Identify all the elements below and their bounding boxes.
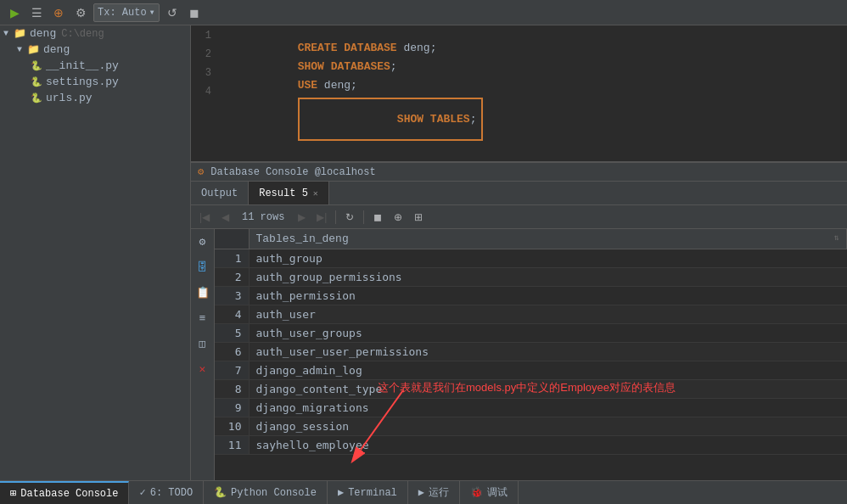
- row-number: 6: [215, 343, 249, 361]
- status-tab-debug[interactable]: 🐞 调试: [460, 481, 519, 504]
- toolbar-divider: [335, 210, 336, 224]
- row-number: 9: [215, 399, 249, 417]
- folder-icon: 📁: [14, 27, 26, 40]
- chevron-down-icon: ▾: [149, 6, 155, 19]
- sidebar-btn-2[interactable]: 🗄: [194, 258, 212, 277]
- first-row-button[interactable]: |◀: [196, 209, 213, 226]
- status-tab-terminal[interactable]: ▶ Terminal: [328, 481, 408, 504]
- sort-icon[interactable]: ⇅: [834, 232, 839, 243]
- todo-icon: ✓: [139, 486, 145, 499]
- next-row-button[interactable]: ▶: [293, 209, 310, 226]
- run-icon: ▶: [418, 486, 424, 499]
- table-row[interactable]: 9django_migrations: [215, 399, 847, 417]
- row-value: django_admin_log: [249, 361, 847, 380]
- tree-root-label: deng: [30, 27, 56, 40]
- table-row[interactable]: 11sayhello_employee: [215, 436, 847, 455]
- stop-result-button[interactable]: ◼: [369, 209, 386, 226]
- row-number: 4: [215, 305, 249, 324]
- tab-result5-close[interactable]: ✕: [313, 188, 318, 199]
- line-number-4: 4: [191, 86, 218, 98]
- table-row[interactable]: 10django_session: [215, 417, 847, 436]
- table-row[interactable]: 2auth_group_permissions: [215, 268, 847, 287]
- undo-button[interactable]: ↺: [163, 3, 182, 22]
- table-row[interactable]: 7django_admin_log: [215, 361, 847, 380]
- result-table: Tables_in_deng ⇅ 1auth_group2auth_group_…: [215, 229, 847, 455]
- table-row[interactable]: 1auth_group: [215, 249, 847, 268]
- status-tab-db-console[interactable]: ⊞ Database Console: [0, 481, 129, 504]
- tree-file-urls-label: urls.py: [46, 92, 93, 104]
- refresh-button[interactable]: ↻: [341, 209, 358, 226]
- bottom-panel: ⚙ Database Console @localhost Output Res…: [191, 161, 847, 480]
- tree-root[interactable]: ▼ 📁 deng C:\deng: [0, 25, 190, 42]
- status-tab-run[interactable]: ▶ 运行: [408, 481, 460, 504]
- sidebar-btn-5[interactable]: ◫: [194, 334, 212, 353]
- run-button[interactable]: ▶: [5, 3, 24, 22]
- db-status-label: Database Console @localhost: [210, 166, 375, 178]
- tree-folder-deng-label: deng: [43, 43, 70, 56]
- row-number: 11: [215, 436, 249, 455]
- editor-line-1: 1 CREATE DATABASE deng;: [191, 29, 847, 48]
- row-value: sayhello_employee: [249, 436, 847, 455]
- debug-icon: 🐞: [470, 486, 483, 499]
- tab-result5[interactable]: Result 5 ✕: [249, 182, 329, 204]
- tree-file-init-label: __init__.py: [46, 59, 119, 72]
- row-number: 2: [215, 268, 249, 287]
- table-row[interactable]: 8django_content_type: [215, 380, 847, 399]
- result-tabs-bar: Output Result 5 ✕: [191, 182, 847, 205]
- result-tbody: 1auth_group2auth_group_permissions3auth_…: [215, 249, 847, 455]
- sidebar-btn-close[interactable]: ✕: [194, 360, 212, 378]
- column-header-label: Tables_in_deng: [256, 232, 349, 245]
- sidebar-btn-4[interactable]: ≡: [194, 309, 212, 328]
- tree-root-path: C:\deng: [61, 28, 104, 40]
- sidebar-btn-3[interactable]: 📋: [194, 283, 212, 302]
- db-console-icon: ⊞: [10, 487, 16, 500]
- tree-file-init[interactable]: 🐍 __init__.py: [0, 58, 190, 74]
- status-tab-python-console[interactable]: 🐍 Python Console: [204, 481, 328, 504]
- python-console-label: Python Console: [231, 487, 317, 499]
- table-row[interactable]: 6auth_user_user_permissions: [215, 343, 847, 361]
- row-value: auth_permission: [249, 287, 847, 305]
- row-value: django_content_type: [249, 380, 847, 399]
- row-number: 7: [215, 361, 249, 380]
- tx-label: Tx: Auto: [98, 7, 147, 19]
- row-value: auth_group_permissions: [249, 268, 847, 287]
- sidebar-btn-1[interactable]: ⚙: [194, 232, 212, 251]
- line-number-3: 3: [191, 67, 218, 79]
- config-button[interactable]: ⚙: [71, 3, 90, 22]
- table-row[interactable]: 3auth_permission: [215, 287, 847, 305]
- row-number: 8: [215, 380, 249, 399]
- tab-output[interactable]: Output: [191, 182, 249, 204]
- terminal-icon: ▶: [338, 486, 344, 499]
- todo-label: 6: TODO: [150, 487, 193, 499]
- db-status-bar: ⚙ Database Console @localhost: [191, 163, 847, 182]
- stop-button[interactable]: ◼: [185, 3, 204, 22]
- schema-button[interactable]: ⊕: [49, 3, 68, 22]
- python-file-icon: 🐍: [31, 60, 42, 71]
- last-row-button[interactable]: ▶|: [313, 209, 330, 226]
- tree-file-settings[interactable]: 🐍 settings.py: [0, 74, 190, 90]
- line-number-2: 2: [191, 48, 218, 60]
- row-value: auth_user: [249, 305, 847, 324]
- line-number-1: 1: [191, 30, 218, 42]
- tree-file-urls[interactable]: 🐍 urls.py: [0, 90, 190, 106]
- folder-icon-deng: 📁: [27, 43, 40, 56]
- row-value: auth_user_groups: [249, 324, 847, 343]
- status-tab-todo[interactable]: ✓ 6: TODO: [129, 481, 204, 504]
- result-toolbar: |◀ ◀ 11 rows ▶ ▶| ↻ ◼ ⊕ ⊞: [191, 205, 847, 229]
- table-row[interactable]: 4auth_user: [215, 305, 847, 324]
- prev-row-button[interactable]: ◀: [216, 209, 233, 226]
- editor-line-3: 3 USE deng;: [191, 66, 847, 85]
- row-value: django_migrations: [249, 399, 847, 417]
- export-button[interactable]: ⊕: [390, 209, 407, 226]
- sql-editor[interactable]: 1 CREATE DATABASE deng; 2 SHOW DATABASES…: [191, 25, 847, 161]
- table-row[interactable]: 5auth_user_groups: [215, 324, 847, 343]
- tree-file-settings-label: settings.py: [46, 76, 119, 88]
- row-value: django_session: [249, 417, 847, 436]
- tree-folder-deng[interactable]: ▼ 📁 deng: [0, 42, 190, 58]
- tx-dropdown[interactable]: Tx: Auto ▾: [93, 3, 160, 22]
- run-label: 运行: [429, 485, 449, 500]
- row-num-header: [215, 229, 249, 249]
- line-content-4: SHOW TABLES;: [218, 85, 847, 154]
- reformat-button[interactable]: ☰: [27, 3, 46, 22]
- compare-button[interactable]: ⊞: [410, 209, 427, 226]
